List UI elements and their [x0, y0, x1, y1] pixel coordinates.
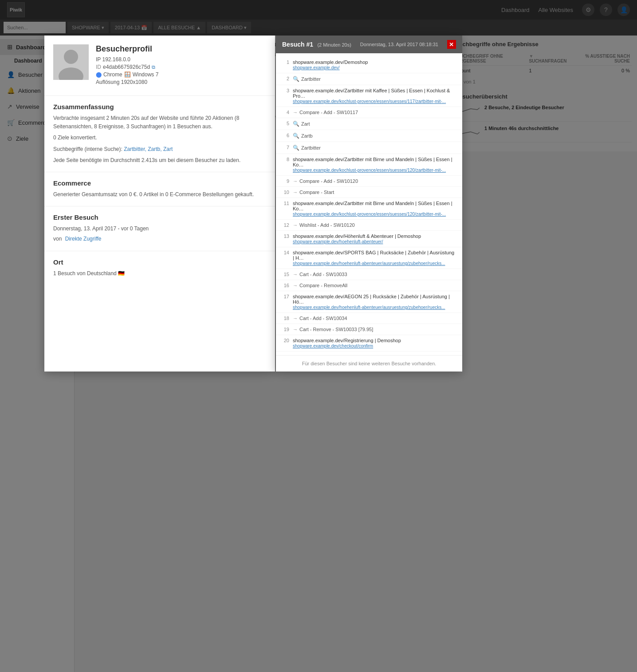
action-number: 1	[282, 59, 289, 65]
list-item: 10 → Compare - Start	[276, 187, 462, 198]
action-number: 9	[282, 178, 289, 184]
arrow-icon: →	[293, 327, 298, 332]
action-number: 8	[282, 157, 289, 162]
action-number: 3	[282, 88, 289, 93]
action-content: 🔍 Zart	[293, 121, 456, 127]
event-action: → Cart - Add - SW10033	[293, 272, 456, 277]
event-action: → Compare - Start	[293, 190, 456, 195]
arrow-icon: →	[293, 272, 298, 277]
action-page-title: shopware.example.dev/Zartbitter mit Birn…	[293, 201, 452, 211]
visit-panel: Besuch #1 (2 Minuten 20s) Donnerstag, 13…	[276, 36, 462, 372]
action-number: 11	[282, 201, 289, 206]
list-item: 20 shopware.example.dev/Registrierung | …	[276, 335, 462, 352]
action-content: shopware.example.dev/SPORTS BAG | Rucksä…	[293, 250, 456, 266]
action-url[interactable]: shopware.example.dev/kochlust-provence/e…	[293, 99, 446, 104]
list-item: 8 shopware.example.dev/Zartbitter mit Bi…	[276, 154, 462, 176]
search-action: 🔍 Zartb	[293, 133, 456, 139]
list-item: 19 → Cart - Remove - SW10033 [79.95]	[276, 324, 462, 335]
action-page-title: shopware.example.dev/Zartbitter mit Kaff…	[293, 88, 450, 99]
visit-duration: (2 Minuten 20s)	[317, 42, 351, 47]
list-item: 6 🔍 Zartb	[276, 130, 462, 142]
list-item: 12 → Wishlist - Add - SW10120	[276, 220, 462, 231]
location-section: Ort 1 Besuch von Deutschland 🇩🇪	[44, 251, 275, 285]
visit-actions-list: 1 shopware.example.dev/Demoshop shopware…	[276, 53, 462, 355]
action-content: → Wishlist - Add - SW10120	[293, 222, 456, 228]
event-action: → Cart - Remove - SW10033 [79.95]	[293, 327, 456, 332]
action-url[interactable]: shopware.example.dev/hoehenluft-abenteue…	[293, 261, 445, 266]
action-content: → Cart - Add - SW10034	[293, 316, 456, 321]
action-content: 🔍 Zartbitter	[293, 76, 456, 82]
search-action: 🔍 Zartbitter	[293, 76, 456, 82]
profile-browser: ⬤ Chrome 🪟 Windows 7	[96, 71, 266, 78]
modal-overlay: Besucherprofil IP 192.168.0.0 ID e4dab66…	[0, 0, 637, 672]
list-item: 17 shopware.example.dev/AEGON 25 | Rucks…	[276, 291, 462, 313]
search-terms-link[interactable]: Zartbitter, Zartb, Zart	[124, 146, 173, 152]
action-content: shopware.example.dev/Zartbitter mit Kaff…	[293, 88, 456, 104]
visit-date: Donnerstag, 13. April 2017 08:18:31	[360, 42, 438, 47]
action-url[interactable]: shopware.example.dev/checkout/confirm	[293, 344, 373, 348]
action-page-title: shopware.example.dev/SPORTS BAG | Rucksä…	[293, 250, 454, 261]
close-button[interactable]: ✕	[447, 40, 456, 49]
action-url[interactable]: shopware.example.dev/hoehenluft-abenteue…	[293, 239, 383, 244]
list-item: 16 → Compare - RemoveAll	[276, 280, 462, 291]
action-content: → Compare - RemoveAll	[293, 283, 456, 288]
action-url[interactable]: shopware.example.dev/kochlust-provence/e…	[293, 168, 446, 173]
search-action-icon: 🔍	[293, 121, 299, 127]
action-url[interactable]: shopware.example.dev/	[293, 65, 340, 70]
zusammenfassung-title: Zusammenfassung	[53, 103, 266, 111]
avatar	[53, 44, 89, 80]
visitor-profile-modal: Besucherprofil IP 192.168.0.0 ID e4dab66…	[44, 36, 275, 372]
action-content: → Compare - Add - SW10117	[293, 110, 456, 115]
action-number: 4	[282, 110, 289, 115]
action-url[interactable]: shopware.example.dev/kochlust-provence/e…	[293, 212, 446, 217]
action-number: 6	[282, 133, 289, 138]
first-visit-section: Erster Besuch Donnerstag, 13. April 2017…	[44, 206, 275, 250]
list-item: 13 shopware.example.dev/Höhenluft & Aben…	[276, 231, 462, 247]
action-content: shopware.example.dev/Zartbitter mit Birn…	[293, 157, 456, 173]
profile-info: Besucherprofil IP 192.168.0.0 ID e4dab66…	[96, 44, 266, 87]
list-item: 15 → Cart - Add - SW10033	[276, 269, 462, 280]
action-content: → Compare - Start	[293, 190, 456, 195]
location-title: Ort	[53, 258, 266, 266]
arrow-icon: →	[293, 283, 298, 288]
action-content: 🔍 Zartbitter	[293, 145, 456, 151]
zusammenfassung-text: Verbrachte insgesamt 2 Minuten 20s auf d…	[53, 114, 266, 165]
action-page-title: shopware.example.dev/Zartbitter mit Birn…	[293, 157, 452, 167]
action-number: 7	[282, 145, 289, 150]
action-url[interactable]: shopware.example.dev/hoehenluft-abenteue…	[293, 305, 445, 310]
profile-id: ID e4dab6675926c75d ⧉	[96, 64, 266, 70]
action-content: shopware.example.dev/Höhenluft & Abenteu…	[293, 233, 456, 244]
profile-resolution: Auflösung 1920x1080	[96, 79, 266, 85]
search-action-icon: 🔍	[293, 145, 299, 151]
modals-container: Besucherprofil IP 192.168.0.0 ID e4dab66…	[44, 36, 462, 372]
action-number: 20	[282, 338, 289, 343]
search-action-icon: 🔍	[293, 76, 299, 82]
action-number: 18	[282, 316, 289, 321]
action-page-title: shopware.example.dev/Registrierung | Dem…	[293, 338, 401, 343]
chrome-browser-icon: ⬤	[96, 71, 102, 78]
action-number: 17	[282, 294, 289, 299]
list-item: 2 🔍 Zartbitter	[276, 73, 462, 85]
source-link[interactable]: Direkte Zugriffe	[65, 236, 102, 242]
search-action-icon: 🔍	[293, 133, 299, 139]
list-item: 7 🔍 Zartbitter	[276, 142, 462, 154]
action-content: shopware.example.dev/Zartbitter mit Birn…	[293, 201, 456, 217]
list-item: 3 shopware.example.dev/Zartbitter mit Ka…	[276, 85, 462, 107]
arrow-icon: →	[293, 316, 298, 321]
zusammenfassung-section: Zusammenfassung Verbrachte insgesamt 2 M…	[44, 95, 275, 172]
search-action: 🔍 Zartbitter	[293, 145, 456, 151]
event-action: → Cart - Add - SW10034	[293, 316, 456, 321]
action-number: 2	[282, 76, 289, 81]
location-text: 1 Besuch von Deutschland 🇩🇪	[53, 269, 266, 278]
profile-header: Besucherprofil IP 192.168.0.0 ID e4dab66…	[44, 36, 275, 95]
ecommerce-section: Ecommerce Generierter Gesamtumsatz von 0…	[44, 172, 275, 206]
visit-panel-header: Besuch #1 (2 Minuten 20s) Donnerstag, 13…	[276, 36, 462, 53]
ecommerce-title: Ecommerce	[53, 179, 266, 187]
svg-point-22	[64, 50, 78, 64]
copy-icon[interactable]: ⧉	[152, 64, 155, 70]
list-item: 14 shopware.example.dev/SPORTS BAG | Ruc…	[276, 247, 462, 269]
event-action: → Wishlist - Add - SW10120	[293, 222, 456, 228]
action-number: 19	[282, 327, 289, 332]
list-item: 18 → Cart - Add - SW10034	[276, 313, 462, 324]
action-content: shopware.example.dev/Demoshop shopware.e…	[293, 59, 456, 70]
